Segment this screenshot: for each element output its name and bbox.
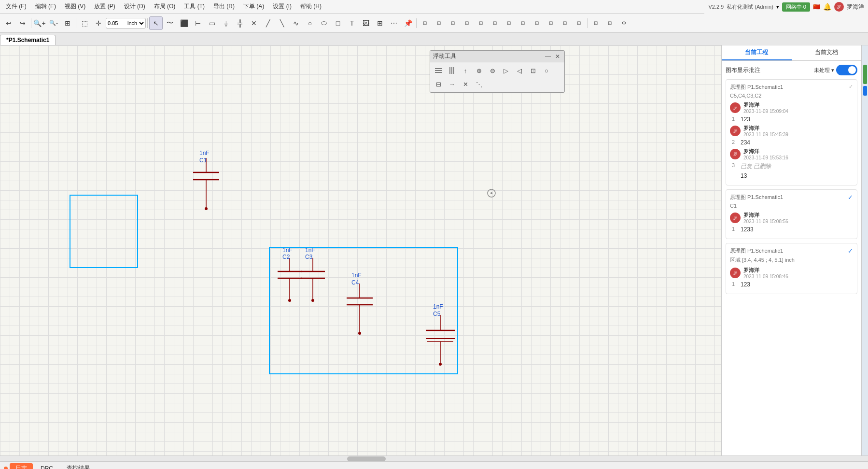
polyline-tool[interactable]: ╲ (275, 16, 289, 30)
net-port-tool[interactable]: ⊢ (191, 16, 205, 30)
schematic-canvas[interactable]: 浮动工具 — ✕ ↑ ⊕ ⊖ (0, 45, 721, 455)
comment-time-2: 2023-11-09 15:45:39 (743, 132, 788, 137)
menu-layout[interactable]: 布局 (O) (150, 1, 180, 12)
status-tab-drc[interactable]: DRC (35, 464, 59, 469)
canvas-area[interactable]: 浮动工具 — ✕ ↑ ⊕ ⊖ (0, 45, 721, 455)
horizontal-scrollbar[interactable] (0, 455, 868, 461)
menu-export[interactable]: 导出 (R) (210, 1, 238, 12)
comment-entry-4-header: 罗 罗海洋 2023-11-09 15:08:56 (730, 212, 853, 224)
align-center-v[interactable]: ⊡ (516, 16, 530, 30)
distribute-v[interactable]: ⊡ (488, 16, 502, 30)
align-left[interactable]: ⊡ (418, 16, 432, 30)
menu-settings[interactable]: 设置 (I) (269, 1, 295, 12)
unprocessed-filter[interactable]: 未处理 ▾ (814, 67, 834, 74)
menu-file[interactable]: 文件 (F) (2, 1, 30, 12)
comment-card-2: 原理图 P1.Schematic1 ✓ C1 罗 罗海洋 2023-11-09 … (726, 189, 857, 239)
select-button[interactable]: ⬚ (78, 16, 91, 30)
network-button[interactable]: 网络中·0 (782, 2, 810, 12)
zoom-in-button[interactable]: 🔍+ (33, 16, 46, 30)
ellipse-tool[interactable]: ⬭ (317, 16, 331, 30)
notification-icon[interactable]: 🔔 (823, 3, 831, 11)
ft-left-arrow[interactable]: ◁ (513, 64, 526, 77)
rotate-cw[interactable]: ⊡ (558, 16, 572, 30)
statusbar: 日志 DRC 查找结果 (0, 461, 868, 469)
align-right[interactable]: ⊡ (432, 16, 446, 30)
rotate-ccw[interactable]: ⊡ (572, 16, 586, 30)
menu-order[interactable]: 下单 (A) (239, 1, 268, 12)
ft-minus-rect[interactable]: ⊟ (432, 78, 445, 90)
more-tool[interactable]: ⋯ (387, 16, 401, 30)
comment-text-3: 已复 已删除 (741, 162, 771, 171)
component-tool[interactable]: ▭ (205, 16, 219, 30)
right-panel-tabs: 当前工程 当前文档 (722, 45, 861, 61)
comment-text-4: 1233 (741, 226, 754, 233)
floating-tool-close[interactable]: ✕ (554, 53, 561, 60)
toggle-annotations[interactable] (836, 65, 857, 75)
menu-place[interactable]: 放置 (P) (90, 1, 119, 12)
align-center-h[interactable]: ⊡ (502, 16, 516, 30)
line-tool[interactable]: ╱ (261, 16, 275, 30)
grid-value-input[interactable]: 0.05 (106, 20, 126, 26)
separator-5 (587, 18, 588, 28)
image-tool[interactable]: 🖼 (359, 16, 373, 30)
cross-probe-button[interactable]: ✛ (92, 16, 105, 30)
redo-button[interactable]: ↪ (16, 16, 29, 30)
ft-diagonal[interactable]: ⋱ (473, 78, 485, 90)
ft-move-up[interactable]: ↑ (459, 64, 472, 77)
menu-design[interactable]: 设计 (D) (120, 1, 149, 12)
floating-tool-minimize[interactable]: — (544, 53, 552, 60)
undo-button[interactable]: ↩ (2, 16, 15, 30)
menu-view[interactable]: 视图 (V) (61, 1, 89, 12)
ft-rect[interactable]: ⊡ (527, 64, 539, 77)
scrollbar-thumb[interactable] (347, 456, 386, 461)
fit-view-button[interactable]: ⊞ (61, 16, 74, 30)
pin-tool[interactable]: 📌 (401, 16, 415, 30)
user-avatar[interactable]: 罗 (834, 2, 844, 12)
svg-point-42 (488, 189, 495, 197)
wire-tool[interactable]: 〜 (163, 16, 177, 30)
align-top[interactable]: ⊡ (446, 16, 460, 30)
ft-add[interactable]: ⊕ (473, 64, 485, 77)
tab-current-project[interactable]: 当前工程 (722, 45, 792, 60)
distribute-h[interactable]: ⊡ (474, 16, 488, 30)
comment-card-1: 原理图 P1.Schematic1 ✓ C5,C4,C3,C2 罗 罗海洋 20… (726, 79, 857, 185)
tab-current-doc[interactable]: 当前文档 (792, 45, 862, 60)
comment-time-4: 2023-11-09 15:08:56 (743, 219, 788, 224)
power-tool[interactable]: ⏚ (219, 16, 233, 30)
ft-parallel-v[interactable] (446, 64, 458, 77)
menu-tools[interactable]: 工具 (T) (180, 1, 209, 12)
table-tool[interactable]: ⊞ (373, 16, 387, 30)
status-tab-search[interactable]: 查找结果 (61, 463, 96, 469)
ft-cross[interactable]: ✕ (459, 78, 472, 90)
ft-arrow[interactable]: → (446, 78, 458, 90)
grid-unit-select[interactable]: inch mm mil (126, 20, 145, 27)
ft-parallel-h[interactable] (432, 64, 445, 77)
align-bottom[interactable]: ⊡ (460, 16, 474, 30)
arc-tool[interactable]: ∿ (289, 16, 303, 30)
grid-input-group[interactable]: 0.05 inch mm mil (106, 18, 146, 28)
flip-h[interactable]: ⊡ (530, 16, 544, 30)
export-tool[interactable]: ⊡ (603, 16, 616, 30)
flag-icon: 🇨🇳 (813, 3, 820, 10)
floating-tool-body: ↑ ⊕ ⊖ ▷ ◁ ⊡ ○ ⊟ → ✕ ⋱ (430, 62, 564, 92)
menu-edit[interactable]: 编辑 (E) (31, 1, 60, 12)
ft-remove[interactable]: ⊖ (486, 64, 499, 77)
schematic-tab[interactable]: *P1.Schematic1 (0, 35, 56, 45)
ft-right-arrow[interactable]: ▷ (500, 64, 512, 77)
settings-tool[interactable]: ⚙ (617, 16, 630, 30)
rect-tool[interactable]: □ (331, 16, 345, 30)
zoom-out-button[interactable]: 🔍- (47, 16, 60, 30)
flip-v[interactable]: ⊡ (544, 16, 558, 30)
no-connect-tool[interactable]: ✕ (247, 16, 261, 30)
cursor-tool[interactable]: ↖ (149, 16, 163, 30)
import-tool[interactable]: ⊡ (589, 16, 602, 30)
text-tool[interactable]: T (345, 16, 359, 30)
menubar: 文件 (F) 编辑 (E) 视图 (V) 放置 (P) 设计 (D) 布局 (O… (0, 0, 868, 14)
floating-tool-header[interactable]: 浮动工具 — ✕ (430, 51, 564, 62)
circle-tool[interactable]: ○ (303, 16, 317, 30)
bus-tool[interactable]: ⬛ (177, 16, 191, 30)
menu-help[interactable]: 帮助 (H) (296, 1, 325, 12)
ft-circle[interactable]: ○ (540, 64, 553, 77)
junction-tool[interactable]: ╬ (233, 16, 247, 30)
status-tab-log[interactable]: 日志 (10, 463, 33, 469)
